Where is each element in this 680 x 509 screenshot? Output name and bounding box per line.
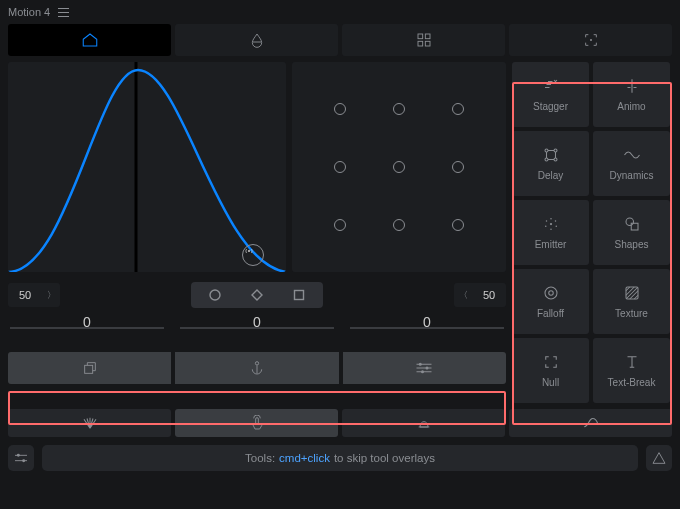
anchor-bl[interactable] — [334, 219, 346, 231]
anchor-tl[interactable] — [334, 103, 346, 115]
broadcast-icon — [243, 245, 255, 257]
svg-point-10 — [255, 362, 258, 365]
btm-tab-ease[interactable] — [8, 409, 171, 437]
titlebar: Motion 4 — [0, 0, 680, 24]
anchor-bc[interactable] — [393, 219, 405, 231]
svg-point-22 — [555, 226, 557, 228]
bottom-tabs — [0, 403, 680, 437]
null-icon — [542, 353, 560, 371]
tab-opacity[interactable] — [175, 24, 338, 56]
app-title: Motion 4 — [8, 6, 50, 18]
right-number-value: 50 — [472, 289, 506, 301]
settings-button[interactable] — [8, 445, 34, 471]
shape-picker — [191, 282, 323, 308]
tab-focus[interactable] — [509, 24, 672, 56]
options-button[interactable] — [343, 352, 506, 384]
left-number-stepper[interactable]: 50 〉 — [8, 283, 60, 307]
chevron-right-icon[interactable]: 〉 — [42, 283, 60, 307]
hint-prefix: Tools: — [245, 452, 275, 464]
curve-editor[interactable] — [8, 62, 286, 272]
hint-suffix: to skip tool overlays — [334, 452, 435, 464]
svg-point-12 — [426, 367, 429, 370]
home-icon — [81, 31, 99, 49]
anchor-ml[interactable] — [334, 161, 346, 173]
tap-icon — [249, 415, 265, 431]
slider-3[interactable]: 0 — [350, 316, 504, 340]
warning-button[interactable] — [646, 445, 672, 471]
tool-dynamics[interactable]: Dynamics — [593, 131, 670, 196]
slider-1[interactable]: 0 — [10, 316, 164, 340]
svg-rect-1 — [425, 34, 430, 39]
tool-textbreak[interactable]: Text-Break — [593, 338, 670, 403]
texture-icon — [623, 284, 641, 302]
anchor-tc[interactable] — [393, 103, 405, 115]
settings-sliders-icon — [13, 451, 29, 465]
drop-icon — [249, 32, 265, 48]
textbreak-icon — [623, 353, 641, 371]
tool-falloff[interactable]: Falloff — [512, 269, 589, 334]
tool-label: Delay — [538, 170, 564, 181]
slider-2[interactable]: 0 — [180, 316, 334, 340]
grid-icon — [416, 32, 432, 48]
svg-rect-2 — [418, 41, 423, 46]
svg-point-6 — [248, 250, 250, 252]
anchor-mc[interactable] — [393, 161, 405, 173]
menu-icon[interactable] — [58, 8, 69, 17]
tool-grid: Stagger Animo Delay Dynamics Emitter Sha… — [512, 62, 670, 403]
layers-icon — [82, 360, 98, 376]
sliders-row: 0 0 0 — [8, 316, 506, 340]
emitter-icon — [542, 215, 560, 233]
tool-label: Dynamics — [610, 170, 654, 181]
svg-point-23 — [550, 218, 552, 220]
svg-point-19 — [545, 220, 547, 222]
svg-point-17 — [554, 158, 557, 161]
falloff-icon — [542, 284, 560, 302]
svg-rect-3 — [425, 41, 430, 46]
tool-emitter[interactable]: Emitter — [512, 200, 589, 265]
svg-point-20 — [554, 220, 556, 222]
sliders-icon — [415, 361, 433, 375]
right-number-stepper[interactable]: 〈 50 — [454, 283, 506, 307]
tool-null[interactable]: Null — [512, 338, 589, 403]
shape-circle[interactable] — [194, 285, 236, 305]
tool-delay[interactable]: Delay — [512, 131, 589, 196]
svg-rect-8 — [295, 291, 304, 300]
anchor-mr[interactable] — [452, 161, 464, 173]
tool-label: Stagger — [533, 101, 568, 112]
shape-square[interactable] — [278, 285, 320, 305]
btm-tab-curve[interactable] — [509, 409, 672, 437]
anchor-button[interactable] — [175, 352, 338, 384]
svg-point-31 — [22, 459, 25, 462]
layers-button[interactable] — [8, 352, 171, 384]
svg-point-16 — [545, 158, 548, 161]
grey-button-row — [8, 352, 506, 384]
bell-icon — [416, 415, 432, 431]
tool-texture[interactable]: Texture — [593, 269, 670, 334]
focus-icon — [583, 32, 599, 48]
warning-icon — [651, 450, 667, 466]
svg-point-30 — [17, 454, 20, 457]
hint-kbd: cmd+click — [279, 452, 330, 464]
tab-home[interactable] — [8, 24, 171, 56]
delay-icon — [542, 146, 560, 164]
chevron-left-icon[interactable]: 〈 — [454, 283, 472, 307]
tool-animo[interactable]: Animo — [593, 62, 670, 127]
anchor-br[interactable] — [452, 219, 464, 231]
tab-grid[interactable] — [342, 24, 505, 56]
btm-tab-bell[interactable] — [342, 409, 505, 437]
svg-point-13 — [421, 370, 424, 373]
shape-diamond[interactable] — [236, 285, 278, 305]
tool-shapes[interactable]: Shapes — [593, 200, 670, 265]
svg-point-18 — [549, 223, 551, 225]
btm-tab-tap[interactable] — [175, 409, 338, 437]
svg-point-11 — [419, 363, 422, 366]
stagger-icon — [542, 77, 560, 95]
anchor-tr[interactable] — [452, 103, 464, 115]
svg-point-28 — [548, 291, 553, 296]
curve-icon — [582, 416, 600, 430]
anchor-grid — [292, 62, 506, 272]
tool-label: Animo — [617, 101, 645, 112]
tool-stagger[interactable]: Stagger — [512, 62, 589, 127]
broadcast-button[interactable] — [242, 244, 264, 266]
dynamics-icon — [623, 146, 641, 164]
